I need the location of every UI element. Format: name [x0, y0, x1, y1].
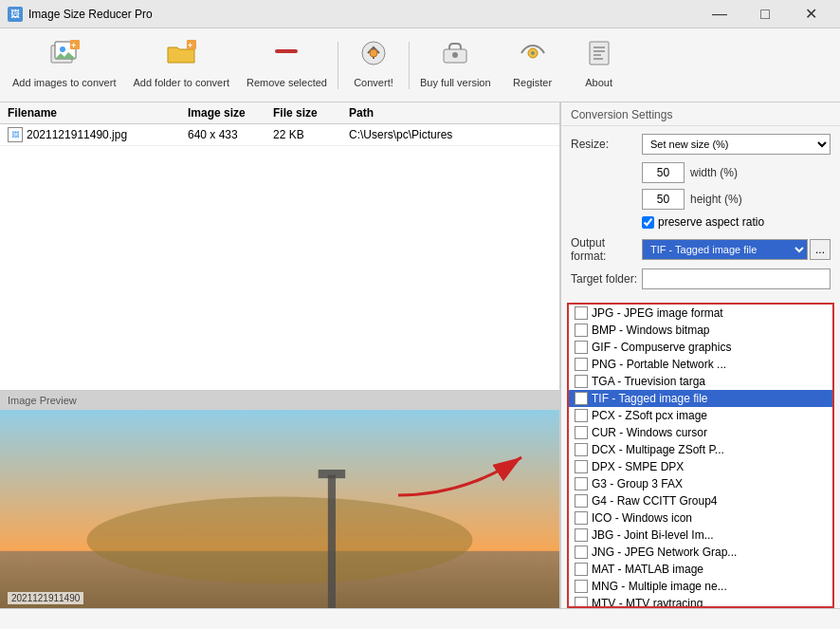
preserve-checkbox[interactable]: [642, 216, 654, 229]
preserve-label: preserve aspect ratio: [658, 215, 764, 229]
remove-selected-icon: [271, 40, 301, 73]
add-images-label: Add images to convert: [12, 77, 116, 89]
dropdown-item-dpx[interactable]: DPX - SMPE DPX: [569, 458, 832, 475]
output-format-label: Output format:: [571, 236, 642, 263]
file-icon: 🖼: [8, 127, 23, 142]
file-imagesize-cell: 640 x 433: [188, 128, 273, 141]
buy-full-version-button[interactable]: Buy full version: [411, 33, 500, 98]
statusbar: [0, 608, 840, 629]
dropdown-item-g4[interactable]: G4 - Raw CCITT Group4: [569, 492, 832, 509]
format-label-bmp: BMP - Windows bitmap: [592, 324, 709, 337]
dropdown-item-mng[interactable]: MNG - Multiple image ne...: [569, 578, 832, 595]
output-format-browse-button[interactable]: ...: [810, 239, 831, 260]
remove-selected-button[interactable]: Remove selected: [238, 33, 336, 98]
format-icon-pcx: [575, 409, 588, 422]
dropdown-item-jbg[interactable]: JBG - Joint Bi-level Im...: [569, 527, 832, 544]
close-button[interactable]: ✕: [789, 0, 832, 28]
format-icon-tif: [575, 392, 588, 405]
dropdown-item-mtv[interactable]: MTV - MTV raytracing: [569, 595, 832, 608]
format-label-mtv: MTV - MTV raytracing: [592, 597, 703, 608]
col-filesize-header: File size: [273, 106, 349, 120]
dropdown-item-jng[interactable]: JNG - JPEG Network Grap...: [569, 544, 832, 561]
format-dropdown-list[interactable]: JPG - JPEG image formatBMP - Windows bit…: [567, 303, 834, 608]
format-label-tga: TGA - Truevision targa: [592, 375, 705, 388]
svg-point-12: [452, 52, 458, 58]
dropdown-item-tga[interactable]: TGA - Truevision targa: [569, 373, 832, 390]
file-name-text: 2021121911490.jpg: [27, 128, 127, 141]
buy-full-version-label: Buy full version: [420, 77, 491, 89]
format-label-jpg: JPG - JPEG image format: [592, 306, 723, 320]
dropdown-item-pcx[interactable]: PCX - ZSoft pcx image: [569, 407, 832, 424]
height-input[interactable]: [642, 189, 685, 210]
svg-point-10: [370, 49, 377, 57]
table-row[interactable]: 🖼 2021121911490.jpg 640 x 433 22 KB C:\U…: [0, 124, 559, 146]
preview-filename: 2021121911490: [8, 592, 83, 604]
dropdown-item-cur[interactable]: CUR - Windows cursor: [569, 424, 832, 441]
svg-rect-24: [319, 470, 345, 478]
minimize-button[interactable]: —: [698, 0, 741, 28]
format-icon-mat: [575, 563, 588, 576]
svg-point-2: [60, 46, 65, 52]
format-icon-dpx: [575, 460, 588, 473]
add-images-button[interactable]: + Add images to convert: [4, 33, 124, 98]
format-icon-tga: [575, 375, 588, 388]
buy-full-version-icon: [440, 40, 470, 73]
resize-label: Resize:: [571, 138, 642, 151]
target-folder-row: Target folder:: [571, 268, 831, 289]
file-list: 🖼 2021121911490.jpg 640 x 433 22 KB C:\U…: [0, 124, 559, 390]
dropdown-item-ico[interactable]: ICO - Windows icon: [569, 509, 832, 527]
width-unit: width (%): [690, 166, 738, 179]
remove-selected-label: Remove selected: [247, 77, 327, 89]
settings-title: Conversion Settings: [561, 102, 840, 126]
dropdown-item-tif[interactable]: TIF - Tagged image file: [569, 390, 832, 407]
dropdown-item-mat[interactable]: MAT - MATLAB image: [569, 561, 832, 578]
about-icon: [584, 40, 614, 73]
format-label-dcx: DCX - Multipage ZSoft P...: [592, 443, 724, 456]
format-label-jng: JNG - JPEG Network Grap...: [592, 546, 737, 559]
toolbar: + Add images to convert + Add folder to …: [0, 28, 840, 102]
about-button[interactable]: About: [566, 33, 632, 98]
preview-area: Image Preview: [0, 390, 559, 608]
format-icon-dcx: [575, 443, 588, 456]
dropdown-item-jpg[interactable]: JPG - JPEG image format: [569, 305, 832, 322]
resize-select[interactable]: Set new size (%): [642, 134, 831, 155]
svg-rect-15: [590, 42, 609, 65]
add-folder-button[interactable]: + Add folder to convert: [124, 33, 238, 98]
maximize-button[interactable]: □: [743, 0, 787, 28]
svg-text:+: +: [188, 41, 192, 50]
register-button[interactable]: Register: [500, 33, 566, 98]
format-icon-bmp: [575, 324, 588, 337]
output-format-select[interactable]: TIF - Tagged image file: [642, 239, 808, 260]
height-row: height (%): [642, 189, 831, 210]
dropdown-item-dcx[interactable]: DCX - Multipage ZSoft P...: [569, 441, 832, 458]
svg-rect-23: [328, 475, 336, 608]
convert-button[interactable]: Convert!: [340, 33, 407, 98]
file-path-cell: C:\Users\pc\Pictures: [349, 128, 552, 141]
svg-point-14: [531, 51, 535, 55]
format-icon-jbg: [575, 528, 588, 542]
format-icon-g3: [575, 477, 588, 490]
file-filesize-cell: 22 KB: [273, 128, 349, 141]
col-filename-header: Filename: [8, 106, 188, 120]
dropdown-item-gif[interactable]: GIF - Compuserve graphics: [569, 339, 832, 356]
format-icon-mtv: [575, 597, 588, 608]
dropdown-item-g3[interactable]: G3 - Group 3 FAX: [569, 475, 832, 492]
format-label-dpx: DPX - SMPE DPX: [592, 460, 684, 473]
target-folder-input[interactable]: [642, 268, 831, 289]
add-folder-icon: +: [166, 40, 196, 73]
window-controls: — □ ✕: [698, 0, 832, 28]
left-panel: Filename Image size File size Path 🖼 202…: [0, 102, 560, 608]
main-content: Filename Image size File size Path 🖼 202…: [0, 102, 840, 608]
about-label: About: [585, 77, 612, 89]
app-title: Image Size Reducer Pro: [28, 8, 698, 21]
format-icon-gif: [575, 341, 588, 354]
preview-label: Image Preview: [8, 395, 77, 406]
dropdown-item-png[interactable]: PNG - Portable Network ...: [569, 356, 832, 373]
add-images-icon: +: [49, 40, 80, 73]
format-label-g4: G4 - Raw CCITT Group4: [592, 494, 717, 508]
format-label-ico: ICO - Windows icon: [592, 511, 692, 525]
right-panel: Conversion Settings Resize: Set new size…: [560, 102, 840, 608]
width-input[interactable]: [642, 162, 685, 183]
register-icon: [518, 40, 548, 73]
dropdown-item-bmp[interactable]: BMP - Windows bitmap: [569, 322, 832, 339]
